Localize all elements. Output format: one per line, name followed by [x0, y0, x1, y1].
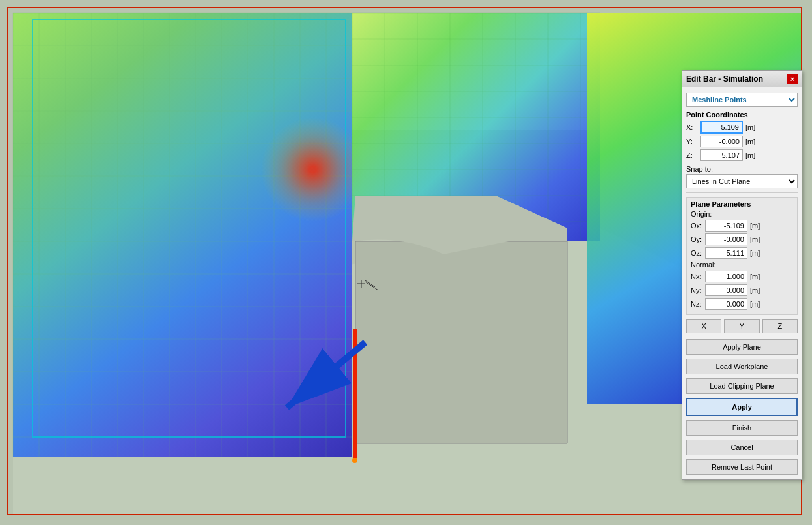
- y-unit: [m]: [745, 138, 755, 145]
- oz-unit: [m]: [750, 249, 760, 257]
- z-coord-row: Z: [m]: [686, 149, 798, 161]
- ny-label: Ny:: [691, 286, 705, 294]
- nx-unit: [m]: [750, 273, 760, 280]
- y-coord-row: Y: [m]: [686, 136, 798, 147]
- snap-to-dropdown[interactable]: Lines in Cut Plane: [686, 174, 798, 188]
- meshline-dropdown-row: Meshline Points: [686, 93, 798, 107]
- ox-input[interactable]: [705, 220, 747, 232]
- panel-close-button[interactable]: ×: [787, 74, 798, 84]
- apply-button[interactable]: Apply: [686, 398, 798, 416]
- oz-label: Oz:: [691, 249, 705, 257]
- x-label: X:: [686, 123, 700, 131]
- load-workplane-button[interactable]: Load Workplane: [686, 359, 798, 374]
- z-label: Z:: [686, 151, 700, 159]
- panel-title: Edit Bar - Simulation: [686, 74, 763, 83]
- plane-parameters-label: Plane Parameters: [691, 200, 793, 208]
- meshline-dropdown[interactable]: Meshline Points: [686, 93, 798, 107]
- ny-row: Ny: [m]: [691, 284, 793, 296]
- load-clipping-plane-button[interactable]: Load Clipping Plane: [686, 378, 798, 394]
- panel-titlebar: Edit Bar - Simulation ×: [682, 71, 802, 87]
- oz-input[interactable]: [705, 247, 747, 259]
- oy-input[interactable]: [705, 233, 747, 245]
- z-input[interactable]: [700, 149, 743, 161]
- x-axis-button[interactable]: X: [686, 319, 721, 333]
- ox-row: Ox: [m]: [691, 220, 793, 232]
- ox-label: Ox:: [691, 222, 705, 230]
- nz-label: Nz:: [691, 300, 705, 308]
- xyz-button-row: X Y Z: [686, 319, 798, 333]
- snap-to-label: Snap to:: [686, 165, 798, 173]
- oy-unit: [m]: [750, 235, 760, 243]
- remove-last-point-button[interactable]: Remove Last Point: [686, 459, 798, 475]
- x-input[interactable]: [700, 121, 743, 134]
- plane-parameters-section: Plane Parameters Origin: Ox: [m] Oy: [m]…: [686, 197, 798, 315]
- apply-plane-button[interactable]: Apply Plane: [686, 339, 798, 355]
- finish-button[interactable]: Finish: [686, 420, 798, 436]
- nx-input[interactable]: [705, 271, 747, 282]
- y-label: Y:: [686, 138, 700, 145]
- point-coordinates-label: Point Coordinates: [686, 111, 798, 119]
- oy-row: Oy: [m]: [691, 233, 793, 245]
- y-input[interactable]: [700, 136, 743, 147]
- ox-unit: [m]: [750, 222, 760, 230]
- nz-row: Nz: [m]: [691, 298, 793, 310]
- origin-label: Origin:: [691, 210, 793, 218]
- normal-label: Normal:: [691, 261, 793, 269]
- x-unit: [m]: [745, 123, 755, 131]
- divider1: [686, 192, 798, 193]
- x-coord-row: X: [m]: [686, 121, 798, 134]
- ny-input[interactable]: [705, 284, 747, 296]
- edit-panel: Edit Bar - Simulation × Meshline Points …: [682, 70, 802, 480]
- nz-input[interactable]: [705, 298, 747, 310]
- z-axis-button[interactable]: Z: [762, 319, 798, 333]
- meshline-indicator: [353, 329, 357, 460]
- oy-label: Oy:: [691, 235, 705, 243]
- z-unit: [m]: [745, 151, 755, 159]
- nz-unit: [m]: [750, 300, 760, 308]
- nx-label: Nx:: [691, 273, 705, 280]
- oz-row: Oz: [m]: [691, 247, 793, 259]
- meshline-point: [352, 458, 357, 463]
- panel-body: Meshline Points Point Coordinates X: [m]…: [682, 87, 802, 479]
- nx-row: Nx: [m]: [691, 271, 793, 282]
- y-axis-button[interactable]: Y: [724, 319, 759, 333]
- ny-unit: [m]: [750, 286, 760, 294]
- cancel-button[interactable]: Cancel: [686, 440, 798, 455]
